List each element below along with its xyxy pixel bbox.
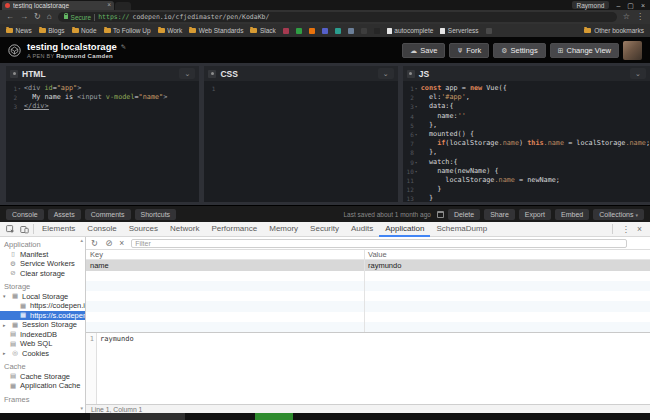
- tab-performance[interactable]: Performance: [205, 222, 263, 237]
- table-row[interactable]: name raymundo: [86, 260, 650, 271]
- bookmark-folder-web-standards[interactable]: Web Standards: [189, 27, 243, 34]
- sidebar-item-service-workers[interactable]: ⚙Service Workers: [0, 259, 85, 269]
- comments-button[interactable]: Comments: [85, 209, 131, 220]
- bookmark-favicon[interactable]: [374, 28, 380, 34]
- bookmark-folder-news[interactable]: News: [6, 27, 32, 34]
- bookmark-autocomplete[interactable]: autocomplete: [387, 27, 434, 34]
- bookmark-folder-to-follow-up[interactable]: To Follow Up: [104, 27, 151, 34]
- sidebar-item-cookies[interactable]: ▸◎Cookies: [0, 349, 85, 359]
- device-toolbar-icon[interactable]: [17, 225, 31, 234]
- tree-expanded-icon[interactable]: ▾: [3, 293, 8, 299]
- edit-pencil-icon[interactable]: ✎: [121, 43, 126, 51]
- close-icon[interactable]: ×: [641, 2, 645, 9]
- empty-row[interactable]: [86, 291, 650, 301]
- chevron-down-icon[interactable]: ⌄: [179, 68, 195, 79]
- empty-row[interactable]: [86, 322, 650, 332]
- export-button[interactable]: Export: [519, 209, 551, 220]
- back-icon[interactable]: ←: [6, 13, 14, 21]
- bookmark-serverless[interactable]: Serverless: [440, 27, 478, 34]
- empty-row[interactable]: [86, 271, 650, 281]
- sidebar-item-cache-storage[interactable]: ▤Cache Storage: [0, 372, 85, 382]
- bookmark-folder-work[interactable]: Work: [158, 27, 183, 34]
- tree-collapsed-icon[interactable]: ▸: [3, 350, 8, 356]
- bookmark-favicon[interactable]: [348, 28, 354, 34]
- bookmark-favicon[interactable]: [361, 28, 367, 34]
- sidebar-item-local-storage[interactable]: ▾▦Local Storage: [0, 292, 85, 302]
- calendar-icon[interactable]: [437, 211, 444, 218]
- maximize-icon[interactable]: ▢: [627, 2, 634, 9]
- bookmark-folder-slack[interactable]: Slack: [250, 27, 275, 34]
- save-button[interactable]: ☁Save: [402, 43, 445, 58]
- minimize-icon[interactable]: –: [616, 2, 620, 9]
- css-code-editor[interactable]: 1: [204, 81, 397, 202]
- chevron-down-icon[interactable]: ⌄: [630, 68, 646, 79]
- pen-author[interactable]: Raymond Camden: [56, 53, 113, 59]
- bookmark-favicon[interactable]: [486, 28, 492, 34]
- column-divider[interactable]: [364, 250, 365, 332]
- empty-row[interactable]: [86, 301, 650, 311]
- bookmark-favicon[interactable]: [283, 28, 289, 34]
- clear-all-icon[interactable]: ⊘: [105, 239, 112, 248]
- sidebar-item-manifest[interactable]: ▯Manifest: [0, 250, 85, 260]
- bookmark-favicon[interactable]: [296, 28, 302, 34]
- chevron-down-icon[interactable]: ⌄: [378, 68, 394, 79]
- sidebar-item-application-cache[interactable]: ▦Application Cache: [0, 381, 85, 391]
- console-button[interactable]: Console: [6, 209, 44, 220]
- html-code-editor[interactable]: 1▾<div id="app"> 2 My name is <input v-m…: [6, 81, 199, 202]
- sidebar-item-session-storage[interactable]: ▸▦Session Storage: [0, 320, 85, 330]
- tab-schemadump[interactable]: SchemaDump: [430, 222, 493, 237]
- fold-icon[interactable]: ▾: [414, 158, 421, 167]
- preview-text[interactable]: raymundo: [97, 333, 134, 404]
- fold-icon[interactable]: ▾: [414, 130, 421, 139]
- empty-row[interactable]: [86, 281, 650, 291]
- fold-icon[interactable]: ▾: [414, 102, 421, 111]
- fold-icon[interactable]: ▾: [414, 167, 421, 176]
- sidebar-item-clear-storage[interactable]: ⊘Clear storage: [0, 269, 85, 279]
- tab-elements[interactable]: Elements: [36, 222, 81, 237]
- panel-settings-icon[interactable]: [208, 70, 216, 78]
- filter-input[interactable]: [131, 239, 627, 248]
- panel-settings-icon[interactable]: [10, 70, 18, 78]
- bookmark-folder-node[interactable]: Node: [72, 27, 97, 34]
- new-tab-button[interactable]: [115, 2, 131, 10]
- tree-collapsed-icon[interactable]: ▸: [3, 322, 8, 328]
- tab-network[interactable]: Network: [164, 222, 205, 237]
- profile-button[interactable]: Raymond: [572, 1, 610, 9]
- empty-row[interactable]: [86, 312, 650, 322]
- bookmark-favicon[interactable]: [309, 28, 315, 34]
- delete-selected-icon[interactable]: ×: [119, 239, 124, 248]
- settings-button[interactable]: ⚙Settings: [493, 43, 545, 58]
- star-icon[interactable]: ☆: [623, 13, 630, 21]
- url-input[interactable]: Secure https:// codepen.io/cfjedimaster/…: [58, 12, 617, 22]
- fold-icon[interactable]: ▾: [17, 84, 24, 93]
- tab-security[interactable]: Security: [304, 222, 345, 237]
- forward-icon[interactable]: →: [20, 13, 28, 21]
- scroll-up-icon[interactable]: ▲: [80, 239, 84, 244]
- taskbar-item[interactable]: [255, 413, 293, 420]
- sidebar-item-localstorage-s-codepen[interactable]: ▦https://s.codepen.io: [0, 311, 85, 321]
- delete-button[interactable]: Delete: [448, 209, 480, 220]
- fold-icon[interactable]: ▾: [414, 84, 421, 93]
- scroll-down-icon[interactable]: ▼: [80, 407, 84, 412]
- bookmark-favicon[interactable]: [335, 28, 341, 34]
- column-key[interactable]: Key: [86, 250, 364, 259]
- bookmark-favicon[interactable]: [322, 28, 328, 34]
- tab-audits[interactable]: Audits: [345, 222, 379, 237]
- home-icon[interactable]: ⌂: [47, 13, 52, 21]
- reload-icon[interactable]: ↻: [34, 13, 41, 21]
- js-code-editor[interactable]: 1▾const app = new Vue({ 2 el:'#app', 3▾ …: [403, 81, 650, 202]
- collections-button[interactable]: Collections▾: [593, 209, 644, 220]
- embed-button[interactable]: Embed: [555, 209, 589, 220]
- devtools-close-icon[interactable]: ×: [637, 224, 642, 234]
- assets-button[interactable]: Assets: [48, 209, 81, 220]
- avatar[interactable]: [623, 41, 642, 60]
- sidebar-item-indexeddb[interactable]: ▤IndexedDB: [0, 330, 85, 340]
- taskbar-item[interactable]: [90, 413, 185, 420]
- other-bookmarks[interactable]: Other bookmarks: [584, 27, 644, 34]
- share-button[interactable]: Share: [484, 209, 515, 220]
- tab-close-icon[interactable]: ×: [107, 2, 111, 9]
- bookmark-folder-blogs[interactable]: Blogs: [39, 27, 65, 34]
- browser-tab[interactable]: testing localstorage ×: [2, 1, 114, 10]
- inspect-element-icon[interactable]: [3, 225, 17, 234]
- menu-icon[interactable]: ⋮: [636, 13, 644, 21]
